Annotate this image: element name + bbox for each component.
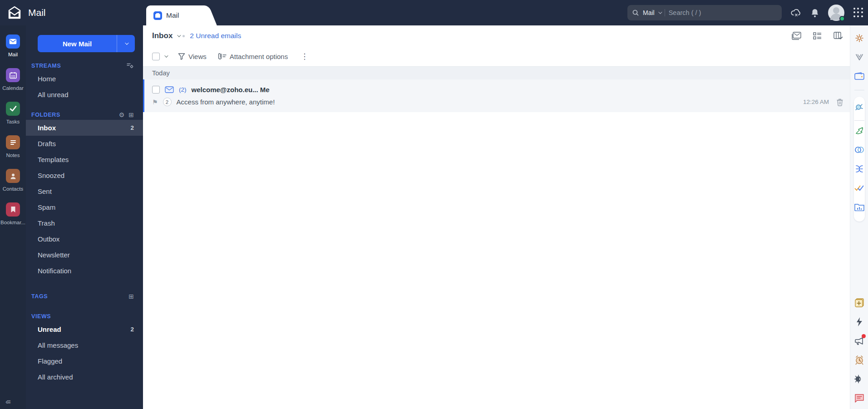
unread-emails-link[interactable]: 2 Unread emails xyxy=(190,32,241,40)
select-all-checkbox[interactable] xyxy=(152,53,160,60)
list-toolbar: Views Attachment options ⋮ xyxy=(143,46,850,66)
search-bar[interactable]: Mail xyxy=(627,5,782,20)
chevron-down-icon xyxy=(658,10,662,14)
apps-grid-icon[interactable] xyxy=(853,8,863,18)
plug-icon[interactable] xyxy=(854,101,865,112)
attachment-options-button[interactable]: Attachment options xyxy=(217,53,288,60)
sidebar-item-home[interactable]: Home xyxy=(26,71,143,87)
app-notes[interactable]: Notes xyxy=(0,135,26,158)
sidebar-item-inbox[interactable]: Inbox2 xyxy=(26,120,143,136)
date-group-header: Today xyxy=(143,66,850,79)
sidebar-item-flagged[interactable]: Flagged xyxy=(26,353,143,369)
app-calendar[interactable]: Calendar xyxy=(0,68,26,91)
sidebar-item-all-archived[interactable]: All archived xyxy=(26,369,143,385)
tasks-app-icon xyxy=(6,102,20,116)
new-mail-button[interactable]: New Mail xyxy=(38,35,135,52)
sidebar-item-notification[interactable]: Notification xyxy=(26,263,143,279)
divider xyxy=(665,9,665,16)
announce-icon[interactable] xyxy=(854,335,865,346)
tab-mail[interactable]: Mail xyxy=(146,5,199,25)
calendar-app-icon xyxy=(6,68,20,82)
streams-section-title: STREAMS xyxy=(31,63,61,69)
tags-section-title: TAGS xyxy=(31,293,48,300)
mail-app-icon xyxy=(6,34,20,49)
collapse-sidebar-icon[interactable]: ‹≡ xyxy=(5,398,10,405)
avatar[interactable] xyxy=(828,5,844,21)
add-folder-icon[interactable]: ⊞ xyxy=(128,111,134,118)
bell-icon[interactable] xyxy=(811,8,819,18)
email-time: 12:26 AM xyxy=(803,99,829,105)
note-add-icon[interactable] xyxy=(854,297,865,308)
search-input[interactable] xyxy=(669,9,777,16)
paperclip-icon xyxy=(217,53,227,60)
mail-tab-label: Mail xyxy=(166,11,179,20)
trash-icon[interactable] xyxy=(836,98,843,106)
lightning-icon[interactable] xyxy=(854,316,865,327)
sidebar-item-sent[interactable]: Sent xyxy=(26,183,143,199)
wallet-icon[interactable] xyxy=(854,71,865,82)
app-strip: Mail Calendar Tasks Notes Contacts Bookm… xyxy=(0,25,26,409)
search-icon xyxy=(632,9,639,16)
right-rail xyxy=(850,25,868,409)
funnel-icon xyxy=(178,53,185,60)
sidebar-item-drafts[interactable]: Drafts xyxy=(26,136,143,152)
mail-tab-icon xyxy=(153,11,162,20)
sidebar-item-outbox[interactable]: Outbox xyxy=(26,231,143,247)
email-sender: welcome@zoho.eu... Me xyxy=(192,86,270,94)
sidebar-item-spam[interactable]: Spam xyxy=(26,199,143,215)
zoho-mail-logo-icon xyxy=(6,6,23,20)
crm-rings-icon[interactable] xyxy=(854,144,865,155)
add-tag-icon[interactable]: ⊞ xyxy=(128,293,134,300)
message-count-badge: 2 xyxy=(163,98,172,106)
mail-list-pane: Inbox 2 Unread emails Views xyxy=(143,25,850,409)
sidebar-item-unread-view[interactable]: Unread2 xyxy=(26,321,143,337)
sidebar-item-all-messages[interactable]: All messages xyxy=(26,337,143,353)
sidebar-item-newsletter[interactable]: Newsletter xyxy=(26,247,143,263)
knot-icon[interactable] xyxy=(854,163,865,174)
sign-swoosh-icon[interactable] xyxy=(854,125,865,136)
app-title: Mail xyxy=(28,7,46,18)
views-filter-button[interactable]: Views xyxy=(178,53,207,60)
more-options-icon[interactable]: ⋮ xyxy=(301,52,308,61)
zoho-clip-icon[interactable] xyxy=(854,52,865,63)
bookmarks-app-icon xyxy=(6,202,20,217)
contacts-app-icon xyxy=(6,169,20,183)
sidebar-item-trash[interactable]: Trash xyxy=(26,215,143,231)
views-section-title: VIEWS xyxy=(31,313,51,320)
search-scope[interactable]: Mail xyxy=(643,9,655,16)
cloud-offline-icon[interactable] xyxy=(791,8,802,17)
select-dropdown-icon[interactable] xyxy=(164,54,168,57)
inbox-count: 2 xyxy=(130,124,134,131)
streams-settings-icon[interactable] xyxy=(127,63,134,69)
flag-icon[interactable]: ⚑ xyxy=(152,99,158,106)
list-view-icon[interactable] xyxy=(813,32,822,40)
column-view-icon[interactable] xyxy=(833,32,843,40)
sidebar-item-templates[interactable]: Templates xyxy=(26,152,143,168)
folder-chart-icon[interactable] xyxy=(854,202,865,212)
new-mail-label[interactable]: New Mail xyxy=(38,35,117,52)
new-mail-dropdown[interactable] xyxy=(117,35,135,52)
current-folder-name[interactable]: Inbox xyxy=(152,31,173,40)
app-logo: Mail xyxy=(0,6,136,20)
folder-chevron-icon[interactable] xyxy=(178,33,181,37)
app-contacts[interactable]: Contacts xyxy=(0,169,26,192)
settings-gear-icon[interactable] xyxy=(854,33,865,44)
email-row[interactable]: (2) welcome@zoho.eu... Me ⚑ 2 Access fro… xyxy=(143,79,850,112)
app-tasks[interactable]: Tasks xyxy=(0,102,26,124)
feedback-icon[interactable] xyxy=(854,393,865,404)
email-checkbox[interactable] xyxy=(152,86,160,94)
sidebar-item-all-unread[interactable]: All unread xyxy=(26,87,143,103)
sidebar-item-snoozed[interactable]: Snoozed xyxy=(26,168,143,183)
rail-divider xyxy=(854,90,864,90)
alarm-icon[interactable] xyxy=(854,355,865,365)
theme-toggle-icon[interactable] xyxy=(854,374,865,384)
nav-sidebar: New Mail STREAMS Home All unread FOLDERS… xyxy=(26,25,143,409)
reading-pane-icon[interactable] xyxy=(791,32,801,40)
email-subject: Access from anywhere, anytime! xyxy=(177,98,275,106)
app-bookmarks[interactable]: Bookmar... xyxy=(0,202,26,225)
app-mail[interactable]: Mail xyxy=(0,34,26,57)
folders-settings-gear-icon[interactable]: ⚙ xyxy=(119,111,125,118)
double-check-icon[interactable] xyxy=(854,182,865,193)
topbar: Mail Mail xyxy=(0,0,868,25)
folders-section-title: FOLDERS xyxy=(31,112,60,118)
